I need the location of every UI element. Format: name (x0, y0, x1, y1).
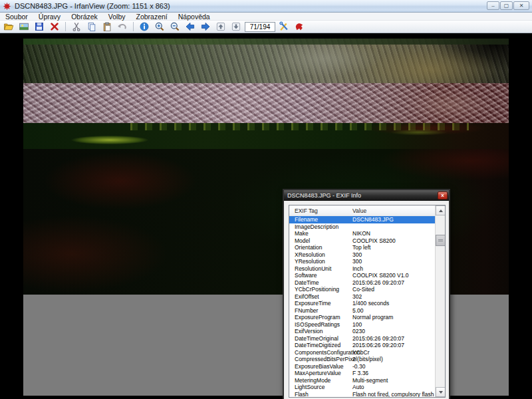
exif-dialog-titlebar[interactable]: DSCN8483.JPG - EXIF Info x (284, 190, 449, 201)
exif-value: COOLPIX S8200 (352, 237, 396, 245)
exif-row[interactable]: DateTimeDigitized2015:06:26 09:20:07 (289, 342, 446, 349)
exif-row[interactable]: MaxApertureValueF 3.36 (289, 370, 446, 377)
photo-quarry-band (23, 39, 509, 83)
toolbar (0, 21, 532, 33)
scrollbar-thumb[interactable] (436, 235, 446, 246)
exif-value: YCbCr (352, 349, 370, 356)
exif-tag: DateTimeOriginal (295, 335, 338, 342)
next-image-icon[interactable] (199, 21, 212, 33)
exif-tag: YCbCrPositioning (295, 286, 339, 293)
page-indicator-input[interactable] (245, 22, 275, 32)
exif-tag: CompressedBitsPerPixel (295, 356, 357, 363)
exif-tag: DateTime (295, 279, 319, 287)
exit-icon[interactable] (293, 21, 306, 33)
exif-value: Normal program (352, 314, 393, 321)
exif-row[interactable]: ImageDescription (289, 223, 446, 231)
cut-icon[interactable] (70, 21, 83, 33)
exif-row[interactable]: YCbCrPositioningCo-Sited (289, 286, 446, 293)
exif-value: NIKON (352, 230, 370, 237)
exif-list-header: EXIF Tag Value (289, 205, 445, 216)
menu-item-volby[interactable]: Volby (103, 13, 131, 21)
open-folder-icon[interactable] (2, 21, 15, 33)
exif-row[interactable]: ISOSpeedRatings100 (289, 321, 446, 329)
thumbnails-icon[interactable] (17, 21, 31, 33)
delete-icon[interactable] (48, 21, 61, 33)
exif-tag: ExposureTime (295, 300, 331, 307)
close-button[interactable]: ✕ (513, 1, 529, 10)
exif-tag: ComponentsConfiguration (295, 349, 360, 356)
exif-row[interactable]: ExposureBiasValue-0.30 (289, 363, 446, 370)
scrollbar-up-icon[interactable] (436, 205, 446, 215)
menu-bar: Soubor Úpravy Obrázek Volby Zobrazení Ná… (0, 13, 532, 21)
exif-row[interactable]: OrientationTop left (289, 244, 446, 251)
exif-value: -0.30 (352, 363, 365, 370)
exif-tag: ExifVersion (295, 328, 323, 335)
column-header-tag[interactable]: EXIF Tag (295, 207, 318, 214)
exif-value: 2015:06:26 09:20:07 (352, 335, 404, 342)
first-image-icon[interactable] (214, 21, 227, 33)
exif-tag: LightSource (295, 384, 325, 391)
copy-icon[interactable] (85, 21, 98, 33)
exif-tag: Orientation (295, 244, 323, 251)
menu-item-soubor[interactable]: Soubor (0, 13, 33, 21)
exif-row[interactable]: MeteringModeMulti-segment (289, 377, 446, 384)
exif-row[interactable]: LightSourceAuto (289, 384, 446, 391)
maximize-button[interactable]: ▢ (500, 1, 513, 10)
info-icon[interactable] (138, 21, 151, 33)
exif-value: 300 (352, 251, 362, 259)
exif-row[interactable]: ExifOffset302 (289, 293, 446, 301)
last-image-icon[interactable] (229, 21, 243, 33)
menu-item-napoveda[interactable]: Nápověda (173, 13, 215, 21)
exif-row[interactable]: ExifVersion0230 (289, 328, 446, 335)
exif-row[interactable]: ModelCOOLPIX S8200 (289, 237, 446, 245)
photo-rubble-band (23, 83, 509, 123)
exif-row[interactable]: FilenameDSCN8483.JPG (289, 216, 446, 223)
undo-icon[interactable] (116, 21, 129, 33)
paste-icon[interactable] (100, 21, 114, 33)
exif-row[interactable]: FNumber5.00 (289, 307, 446, 315)
settings-icon[interactable] (277, 21, 291, 33)
dialog-close-icon[interactable]: x (438, 192, 448, 200)
exif-row[interactable]: ExposureTime1/400 seconds (289, 300, 446, 307)
vertical-scrollbar[interactable] (435, 205, 445, 397)
zoom-in-icon[interactable] (153, 21, 166, 33)
exif-row[interactable]: YResolution300 (289, 258, 446, 265)
exif-row[interactable]: MakeNIKON (289, 230, 446, 237)
column-header-value[interactable]: Value (352, 207, 366, 214)
previous-image-icon[interactable] (184, 21, 197, 33)
exif-row[interactable]: SoftwareCOOLPIX S8200 V1.0 (289, 272, 446, 279)
minimize-button[interactable]: – (487, 1, 499, 10)
photo-grass-streak (60, 134, 160, 146)
exif-value: 2 (bits/pixel) (352, 356, 383, 363)
image-canvas: DSCN8483.JPG - EXIF Info x EXIF Tag Valu… (0, 33, 532, 399)
exif-row[interactable]: ExposureProgramNormal program (289, 314, 446, 321)
exif-tag: FNumber (295, 307, 318, 315)
menu-item-obrazek[interactable]: Obrázek (66, 13, 103, 21)
zoom-out-icon[interactable] (168, 21, 182, 33)
exif-value: Flash not fired, compulsory flash mode (352, 391, 446, 398)
exif-row[interactable]: DateTime2015:06:26 09:20:07 (289, 279, 446, 287)
menu-item-zobrazeni[interactable]: Zobrazení (131, 13, 173, 21)
exif-tag: ISOSpeedRatings (295, 321, 340, 329)
photo-treeline (23, 39, 509, 45)
menu-item-upravy[interactable]: Úpravy (33, 13, 66, 21)
exif-row[interactable]: FlashFlash not fired, compulsory flash m… (289, 391, 446, 398)
exif-row[interactable]: DateTimeOriginal2015:06:26 09:20:07 (289, 335, 446, 342)
photo-grass-band (23, 123, 509, 149)
exif-tag: Model (295, 237, 310, 245)
save-icon[interactable] (33, 21, 46, 33)
exif-value: 2015:06:26 09:20:07 (352, 342, 404, 349)
exif-row[interactable]: ComponentsConfigurationYCbCr (289, 349, 446, 356)
photo-grass-streak-right (382, 128, 456, 136)
exif-tag: MaxApertureValue (295, 370, 341, 377)
exif-value: COOLPIX S8200 V1.0 (352, 272, 409, 279)
exif-row[interactable]: XResolution300 (289, 251, 446, 259)
exif-value: 0230 (352, 328, 365, 335)
exif-rows: FilenameDSCN8483.JPGImageDescriptionMake… (289, 216, 446, 398)
exif-row[interactable]: ResolutionUnitInch (289, 265, 446, 273)
exif-tag: Filename (295, 216, 318, 223)
exif-value: Multi-segment (352, 377, 388, 384)
exif-row[interactable]: CompressedBitsPerPixel2 (bits/pixel) (289, 356, 446, 363)
toolbar-separator (133, 22, 134, 31)
scrollbar-down-icon[interactable] (436, 387, 446, 397)
